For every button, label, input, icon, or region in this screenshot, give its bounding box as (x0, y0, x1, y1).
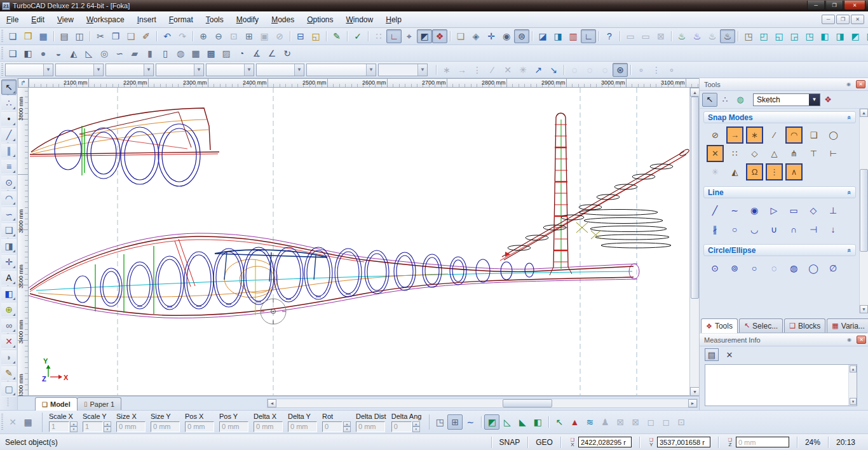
toolbar-button[interactable]: ◪ (535, 29, 550, 43)
toolbar-button[interactable]: ▯ (158, 46, 173, 60)
inspector-field-value[interactable]: 1 (49, 421, 69, 432)
toolbar-button[interactable]: ▣ (257, 29, 272, 43)
pin-icon[interactable]: ◉ (844, 336, 854, 344)
scroll-down-icon[interactable]: ▼ (690, 387, 700, 396)
drawing-tool-button[interactable]: ✛ (1, 254, 17, 269)
property-combo[interactable]: ▼ (256, 64, 304, 76)
horizontal-scrollbar[interactable]: ◄ ► (267, 399, 698, 408)
menu-item[interactable]: Options (301, 13, 339, 27)
toolbar-button[interactable]: ◰ (756, 29, 771, 43)
menu-item[interactable]: Modes (265, 13, 301, 27)
palette-scrollbar[interactable]: ▲ ▼ (859, 109, 868, 313)
scroll-down-icon[interactable]: ▼ (860, 305, 868, 313)
z-coordinate-input[interactable] (736, 437, 789, 447)
selection-mode-button[interactable]: ≋ (582, 414, 597, 430)
selection-mode-button[interactable]: ⊡ (674, 414, 689, 430)
horizontal-ruler[interactable]: 2100 mm2200 mm2300 mm2400 mm2500 mm2600 … (29, 78, 699, 88)
style-dropdown[interactable]: Sketch ▼ (753, 93, 820, 106)
toolbar-button[interactable]: ◩ (417, 29, 432, 43)
toolbar-button[interactable]: ◱ (308, 29, 323, 43)
snap-mode-button[interactable]: ∕ (766, 126, 783, 144)
drawing-tool-button[interactable]: ◧ (1, 286, 17, 301)
snap-mode-button[interactable]: ∧ (785, 163, 803, 181)
toolbar-button[interactable]: ◨ (832, 29, 848, 43)
toolbar-button[interactable]: ▰ (127, 46, 142, 60)
toolbar-button[interactable]: ◱ (771, 29, 787, 43)
menu-item[interactable]: Edit (25, 13, 51, 27)
inspector-button[interactable]: ▦ (20, 414, 36, 430)
chevron-down-icon[interactable]: ▼ (194, 64, 203, 76)
toolbar-button[interactable]: ⊕ (196, 29, 211, 43)
menu-item[interactable]: Tools (200, 13, 230, 27)
toolbar-button[interactable]: ✛ (484, 29, 499, 43)
window-button[interactable]: ─ (807, 1, 825, 10)
toolbar-button[interactable]: ⊘ (272, 29, 287, 43)
drawing-tool-button[interactable]: ∞ (1, 318, 17, 333)
toolbar-button[interactable]: ♨ (705, 29, 720, 43)
property-combo[interactable]: ▼ (156, 64, 204, 76)
toolbar-button[interactable]: ❖ (432, 29, 447, 43)
toolbar-button[interactable]: ∗ (439, 63, 454, 77)
snap-mode-button[interactable]: ⋔ (785, 145, 803, 162)
snap-modes-header[interactable]: Snap Modes « (703, 111, 856, 123)
drawing-tool-button[interactable]: ▢ (1, 381, 17, 397)
close-icon[interactable]: ✕ (857, 336, 866, 344)
brush-style-icon[interactable]: ❖ (820, 93, 836, 107)
selection-mode-button[interactable]: ◣ (515, 414, 530, 430)
toolbar-button[interactable]: ▩ (203, 46, 219, 60)
palette-tool-button[interactable]: ↖ (702, 93, 717, 107)
vertical-scrollbar-thumb[interactable] (691, 97, 699, 299)
property-combo[interactable]: ▼ (378, 64, 428, 76)
close-icon[interactable]: ✕ (856, 80, 865, 88)
chevron-down-icon[interactable]: ▼ (809, 94, 820, 106)
drawing-tool-button[interactable]: ✎ (1, 365, 17, 381)
inspector-field-value[interactable]: 1 (83, 421, 103, 432)
toolbar-button[interactable]: ❑ (5, 46, 20, 60)
mdi-button[interactable]: ❐ (836, 15, 850, 24)
line-tool-button[interactable]: ◇ (804, 201, 822, 220)
snap-toggle[interactable]: SNAP (491, 437, 528, 448)
toolbar-button[interactable]: ◌ (567, 63, 582, 77)
selection-mode-button[interactable]: ◩ (484, 414, 499, 430)
circle-tool-button[interactable]: ◌ (765, 259, 783, 278)
snap-mode-button[interactable]: → (726, 126, 743, 144)
snap-mode-button[interactable]: ⊘ (707, 126, 724, 144)
toolbar-button[interactable]: ✐ (139, 29, 154, 43)
toolbar-button[interactable]: ❏ (453, 29, 468, 43)
palette-tab[interactable]: ↖Selec... (739, 318, 783, 332)
line-tool-button[interactable]: ▭ (785, 201, 803, 220)
property-combo[interactable]: ▼ (5, 64, 53, 76)
menu-item[interactable]: Modify (230, 13, 265, 27)
toolbar-button[interactable]: ❑ (123, 29, 139, 43)
toolbar-button[interactable]: ⊟ (293, 29, 308, 43)
toolbar-button[interactable]: ● (36, 46, 51, 60)
collapse-icon[interactable]: « (846, 115, 853, 119)
scroll-down-icon[interactable]: ▼ (850, 398, 857, 405)
toolbar-button[interactable]: ∘ (634, 63, 649, 77)
vertical-ruler[interactable]: 3800 mm3600 mm3500 mm3400 mm3300 mm (18, 88, 29, 396)
selection-mode-button[interactable]: ◺ (499, 414, 515, 430)
line-tool-button[interactable]: ∪ (765, 220, 783, 239)
toolbar-button[interactable]: ▮ (142, 46, 158, 60)
inspector-field-value[interactable]: 0 (391, 421, 412, 432)
toolbar-button[interactable]: ◈ (468, 29, 484, 43)
inspector-button[interactable]: ✕ (5, 414, 20, 430)
line-tool-button[interactable]: ∼ (726, 201, 743, 220)
drawing-tool-button[interactable]: ◗ (1, 350, 17, 365)
selection-mode-button[interactable]: ▲ (567, 414, 582, 430)
toolbar-button[interactable]: ∡ (249, 46, 264, 60)
selection-mode-button[interactable]: ⊠ (628, 414, 643, 430)
circle-tool-button[interactable]: ○ (745, 259, 763, 278)
drawing-tool-button[interactable]: ╱ (1, 127, 17, 142)
y-coordinate-input[interactable] (657, 437, 710, 447)
selection-mode-button[interactable]: ⊞ (447, 414, 463, 430)
drawing-tool-button[interactable]: ◨ (1, 238, 17, 254)
measurement-results-box[interactable]: ▲ ▼ (705, 364, 857, 406)
toolbar-button[interactable]: ◳ (741, 29, 756, 43)
toolbar-button[interactable]: ♨ (689, 29, 705, 43)
drawing-tool-button[interactable]: ∽ (1, 207, 17, 222)
inspector-field-value[interactable]: 0 mm (254, 421, 283, 432)
drawing-tool-button[interactable]: ≡ (1, 159, 17, 174)
line-tool-button[interactable]: ⊣ (804, 220, 822, 239)
toolbar-button[interactable]: ⋮ (649, 63, 664, 77)
